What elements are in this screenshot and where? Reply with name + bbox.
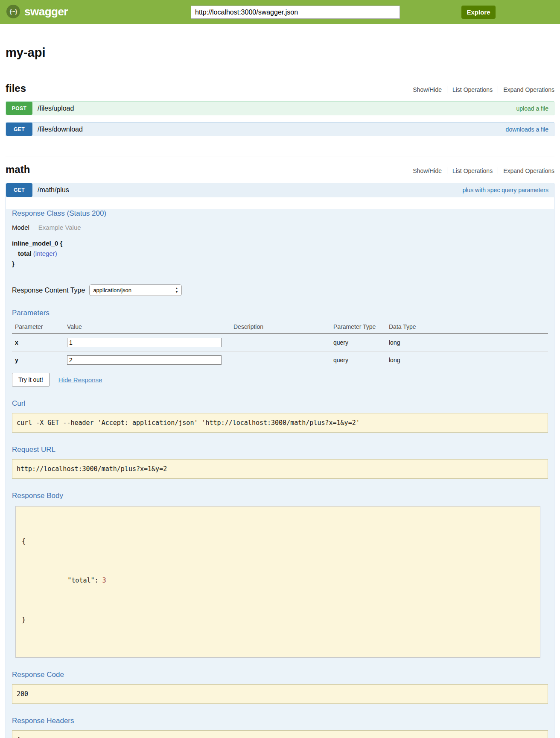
resource-title-math: math — [6, 164, 30, 176]
model-property-type: (integer) — [33, 250, 57, 257]
brand-title: swagger — [24, 5, 68, 18]
response-headers-json: { "date": "Wed, 22 Aug 2018 18:49:13 GMT… — [12, 730, 548, 738]
response-body-close-brace: } — [22, 615, 534, 625]
files-expand-operations-link[interactable]: Expand Operations — [498, 86, 554, 93]
column-parameter: Parameter — [15, 323, 67, 330]
response-headers-heading: Response Headers — [12, 717, 548, 725]
top-bar: {···} swagger Explore — [0, 0, 560, 24]
math-expand-operations-link[interactable]: Expand Operations — [498, 167, 554, 174]
resource-header-files: files Show/Hide List Operations Expand O… — [6, 82, 554, 94]
response-code-heading: Response Code — [12, 671, 548, 679]
column-data-type: Data Type — [389, 323, 548, 330]
endpoint-row-files-download: GET /files/download downloads a file — [6, 122, 554, 136]
endpoint-path[interactable]: /math/plus — [38, 186, 462, 194]
parameter-x-input[interactable] — [67, 338, 222, 347]
tab-model[interactable]: Model — [12, 224, 34, 231]
section-divider — [6, 156, 554, 156]
column-parameter-type: Parameter Type — [333, 323, 389, 330]
response-content-type-select[interactable]: application/json — [89, 284, 182, 296]
method-badge-post[interactable]: POST — [6, 102, 32, 115]
endpoint-row-math-plus-get: GET /math/plus plus with spec query para… — [6, 183, 554, 197]
parameters-table-header: Parameter Value Description Parameter Ty… — [12, 323, 548, 334]
resource-header-math: math Show/Hide List Operations Expand Op… — [6, 164, 554, 176]
model-signature: inline_model_0 { total (integer) } — [12, 238, 548, 269]
endpoint-path[interactable]: /files/download — [38, 126, 506, 133]
parameters-heading: Parameters — [12, 309, 548, 317]
request-url-value: http://localhost:3000/math/plus?x=1&y=2 — [12, 459, 548, 479]
resource-title-files: files — [6, 82, 26, 94]
files-show-hide-link[interactable]: Show/Hide — [408, 86, 447, 93]
parameter-name: y — [15, 357, 67, 363]
model-property-name: total — [18, 250, 32, 257]
explore-button[interactable]: Explore — [461, 6, 496, 19]
parameter-row-y: y query long — [12, 351, 548, 369]
method-badge-get[interactable]: GET — [6, 123, 32, 136]
curl-command: curl -X GET --header 'Accept: applicatio… — [12, 413, 548, 433]
endpoint-path[interactable]: /files/upload — [38, 105, 516, 112]
model-close: } — [12, 259, 548, 269]
response-body-value: 3 — [102, 577, 106, 584]
operation-content: Response Class (Status 200) Model Exampl… — [6, 209, 554, 738]
endpoint-summary-link[interactable]: downloads a file — [506, 126, 548, 133]
response-body-key: "total" — [67, 577, 94, 584]
math-list-operations-link[interactable]: List Operations — [447, 167, 498, 174]
response-body-heading: Response Body — [12, 492, 548, 500]
parameter-type: query — [333, 339, 389, 346]
parameter-name: x — [15, 339, 67, 346]
response-code-value: 200 — [12, 684, 548, 704]
try-it-out-button[interactable]: Try it out! — [12, 373, 50, 387]
tab-example-value[interactable]: Example Value — [34, 224, 81, 231]
parameter-row-x: x query long — [12, 334, 548, 351]
hide-response-link[interactable]: Hide Response — [58, 376, 102, 384]
response-content-type-label: Response Content Type — [12, 287, 85, 294]
response-body-open-brace: { — [22, 536, 534, 546]
column-description: Description — [233, 323, 333, 330]
response-body-json: { "total": 3 } — [15, 506, 540, 658]
response-class-heading: Response Class (Status 200) — [12, 209, 548, 218]
swagger-brand-link[interactable]: {···} swagger — [6, 5, 68, 18]
parameter-y-input[interactable] — [67, 355, 222, 365]
curl-heading: Curl — [12, 399, 548, 408]
parameter-data-type: long — [389, 357, 548, 363]
math-show-hide-link[interactable]: Show/Hide — [408, 167, 447, 174]
operation-get-math-plus: GET /math/plus plus with spec query para… — [6, 183, 554, 738]
endpoint-row-files-upload: POST /files/upload upload a file — [6, 101, 554, 115]
api-url-input[interactable] — [191, 6, 400, 19]
parameter-data-type: long — [389, 339, 548, 346]
files-list-operations-link[interactable]: List Operations — [447, 86, 498, 93]
endpoint-summary-link[interactable]: upload a file — [516, 105, 548, 112]
swagger-logo-icon: {···} — [6, 5, 20, 18]
column-value: Value — [67, 323, 233, 330]
model-open: inline_model_0 { — [12, 238, 548, 249]
parameter-type: query — [333, 357, 389, 363]
model-tabs: Model Example Value — [12, 223, 548, 231]
page-title: my-api — [6, 46, 554, 60]
endpoint-summary-link[interactable]: plus with spec query parameters — [462, 187, 548, 193]
method-badge-get[interactable]: GET — [6, 183, 32, 197]
request-url-heading: Request URL — [12, 445, 548, 454]
